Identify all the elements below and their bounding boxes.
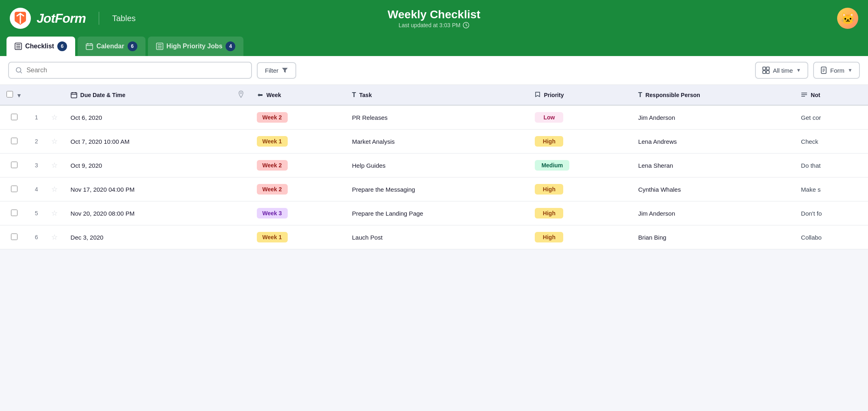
row-notes: Do that: [794, 154, 868, 177]
svg-rect-18: [766, 67, 769, 70]
table-wrapper: ▼ Due Date & Time: [0, 85, 868, 249]
header-center: Weekly Checklist Last updated at 3:03 PM: [388, 8, 480, 28]
alltime-dropdown[interactable]: All time ▼: [755, 62, 808, 79]
row-notes: Don't fo: [794, 201, 868, 225]
row-priority: Low: [528, 105, 631, 130]
table-header-row: ▼ Due Date & Time: [0, 85, 868, 105]
row-checkbox[interactable]: [11, 114, 17, 120]
jotform-logo-icon: [10, 8, 31, 29]
svg-line-15: [20, 71, 22, 73]
last-updated: Last updated at 3:03 PM: [388, 22, 480, 28]
star-icon[interactable]: ☆: [51, 161, 58, 169]
col-rownum: [28, 85, 45, 105]
row-task: Market Analysis: [345, 130, 528, 154]
row-due-date: Oct 9, 2020: [64, 154, 232, 177]
toolbar-right: All time ▼ Form ▼: [755, 62, 860, 79]
row-star-cell: ☆: [45, 154, 64, 177]
search-input[interactable]: [26, 67, 245, 74]
row-num: 2: [28, 130, 45, 154]
filter-button[interactable]: Filter: [257, 62, 296, 79]
row-checkbox[interactable]: [11, 210, 17, 216]
row-responsible: Brian Bing: [631, 225, 794, 249]
row-task: Lauch Post: [345, 225, 528, 249]
svg-rect-17: [763, 67, 766, 70]
select-all-checkbox[interactable]: [7, 91, 13, 97]
week-badge: Week 2: [257, 112, 288, 123]
col-notes: Not: [794, 85, 868, 105]
week-badge: Week 2: [257, 160, 288, 171]
row-due-date: Nov 17, 2020 04:00 PM: [64, 177, 232, 201]
row-checkbox-cell: [0, 154, 28, 177]
form-chevron: ▼: [848, 67, 853, 73]
alltime-chevron: ▼: [796, 67, 801, 73]
row-week: Week 2: [250, 105, 346, 130]
checklist-icon: [15, 43, 22, 50]
alltime-label: All time: [773, 67, 793, 74]
row-pin-cell: [232, 130, 250, 154]
row-star-cell: ☆: [45, 177, 64, 201]
star-icon[interactable]: ☆: [51, 209, 58, 217]
star-icon[interactable]: ☆: [51, 233, 58, 241]
row-due-date: Oct 6, 2020: [64, 105, 232, 130]
row-num: 3: [28, 154, 45, 177]
col-week: Week: [250, 85, 346, 105]
week-badge: Week 2: [257, 184, 288, 195]
col-pin: [232, 85, 250, 105]
tab-checklist-label: Checklist: [25, 43, 54, 50]
pin-icon: [238, 91, 244, 98]
svg-marker-16: [282, 68, 288, 73]
clock-icon: [463, 22, 469, 28]
calendar-tab-icon: [86, 43, 93, 50]
row-week: Week 1: [250, 225, 346, 249]
week-badge: Week 3: [257, 208, 288, 218]
filter-icon: [282, 67, 288, 74]
row-due-date: Dec 3, 2020: [64, 225, 232, 249]
table-row: 5 ☆ Nov 20, 2020 08:00 PM Week 3 Prepare…: [0, 201, 868, 225]
row-due-date: Nov 20, 2020 08:00 PM: [64, 201, 232, 225]
avatar[interactable]: 🐱: [837, 8, 858, 29]
row-week: Week 3: [250, 201, 346, 225]
row-responsible: Lena Andrews: [631, 130, 794, 154]
tab-checklist[interactable]: Checklist 6: [7, 37, 75, 56]
svg-rect-19: [763, 71, 766, 74]
form-icon: [820, 67, 827, 74]
col-responsible-label: Responsible Person: [645, 92, 700, 98]
svg-point-29: [240, 92, 242, 94]
tab-calendar[interactable]: Calendar 6: [78, 37, 145, 56]
row-checkbox-cell: [0, 130, 28, 154]
row-responsible: Cynthia Whales: [631, 177, 794, 201]
row-checkbox[interactable]: [11, 234, 17, 240]
form-dropdown[interactable]: Form ▼: [813, 62, 860, 79]
svg-rect-25: [71, 93, 77, 98]
filter-label: Filter: [265, 67, 278, 74]
row-checkbox[interactable]: [11, 186, 17, 192]
row-num: 1: [28, 105, 45, 130]
row-priority: Medium: [528, 154, 631, 177]
row-notes: Get cor: [794, 105, 868, 130]
star-icon[interactable]: ☆: [51, 113, 58, 121]
row-checkbox[interactable]: [11, 138, 17, 144]
row-week: Week 2: [250, 154, 346, 177]
logo-area: JotForm Tables: [10, 8, 136, 29]
col-notes-label: Not: [811, 92, 820, 98]
tab-calendar-label: Calendar: [96, 43, 124, 50]
star-icon[interactable]: ☆: [51, 185, 58, 193]
svg-rect-20: [766, 71, 769, 74]
high-priority-tab-icon: [156, 43, 163, 50]
tab-calendar-badge: 6: [128, 41, 137, 51]
tab-high-priority[interactable]: High Priority Jobs 4: [148, 37, 244, 56]
row-notes: Collabo: [794, 225, 868, 249]
priority-badge: Medium: [535, 160, 569, 171]
col-responsible: T Responsible Person: [631, 85, 794, 105]
row-star-cell: ☆: [45, 201, 64, 225]
table-row: 6 ☆ Dec 3, 2020 Week 1 Lauch Post High B…: [0, 225, 868, 249]
row-checkbox[interactable]: [11, 162, 17, 168]
star-icon[interactable]: ☆: [51, 137, 58, 145]
row-responsible: Jim Anderson: [631, 201, 794, 225]
week-badge: Week 1: [257, 232, 288, 242]
search-box[interactable]: [8, 62, 252, 79]
row-due-date: Oct 7, 2020 10:00 AM: [64, 130, 232, 154]
priority-badge: High: [535, 136, 563, 147]
row-notes: Make s: [794, 177, 868, 201]
priority-badge: High: [535, 184, 563, 195]
